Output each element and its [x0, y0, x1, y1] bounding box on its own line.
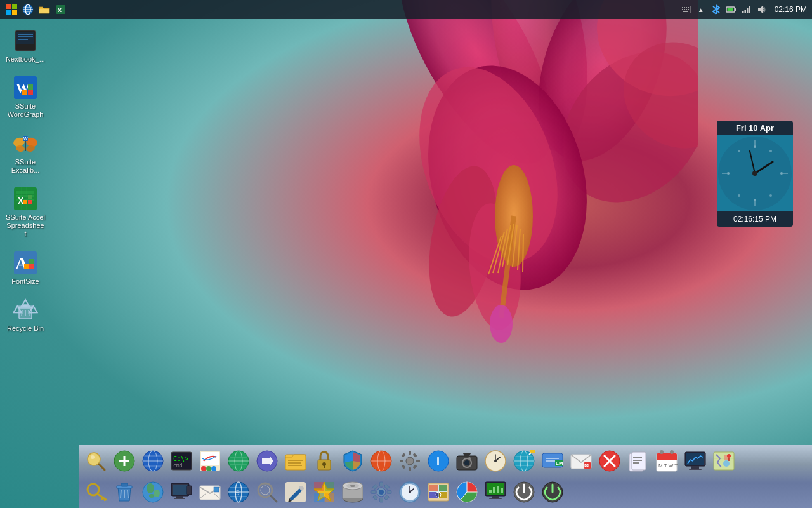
desktop-icon-excalib[interactable]: W SSuite Excalib...: [3, 128, 48, 177]
svg-point-209: [147, 483, 154, 493]
svg-rect-46: [744, 10, 746, 13]
accel-label: SSuite Accel Spreadsheet: [6, 213, 45, 239]
dock-star-icon[interactable]: [310, 478, 338, 506]
clock-date: Fri 10 Apr: [717, 121, 793, 135]
svg-rect-45: [742, 11, 744, 13]
dock-map-icon[interactable]: [710, 447, 738, 475]
svg-rect-38: [684, 9, 685, 10]
svg-point-100: [769, 150, 772, 152]
dock-disk-icon[interactable]: [339, 478, 367, 506]
system-tray-expand-icon[interactable]: ▲: [696, 4, 706, 15]
excel-taskbar-button[interactable]: X: [55, 3, 67, 16]
svg-rect-245: [372, 485, 377, 490]
windows-start-button[interactable]: [5, 3, 18, 16]
dock-camera-icon[interactable]: [453, 447, 481, 475]
folder-taskbar-button[interactable]: [38, 3, 51, 16]
svg-point-109: [91, 455, 95, 459]
dock-network-icon[interactable]: [510, 447, 538, 475]
dock-paint-icon[interactable]: [196, 447, 224, 475]
volume-icon[interactable]: [757, 4, 767, 15]
svg-rect-80: [29, 259, 34, 264]
dock-earth-icon[interactable]: [139, 478, 167, 506]
dock-gear-icon[interactable]: [396, 447, 424, 475]
svg-rect-39: [686, 9, 687, 10]
svg-rect-81: [24, 264, 29, 269]
svg-rect-268: [501, 488, 503, 493]
dock-globe-icon[interactable]: [139, 447, 167, 475]
desktop-icon-nextbook[interactable]: Nextbook_...: [3, 25, 48, 66]
dock-ie2-icon[interactable]: e: [225, 478, 252, 506]
svg-point-124: [201, 466, 206, 471]
dock-calendar-icon[interactable]: M T W T F: [653, 447, 681, 475]
svg-text:LM: LM: [556, 460, 563, 466]
dock-monitor3-icon[interactable]: [481, 478, 509, 506]
dock-x-icon[interactable]: [596, 447, 624, 475]
desktop-icon-accel[interactable]: X SSuite Accel Spreadsheet: [3, 184, 48, 241]
dock-file-manager-icon[interactable]: [282, 447, 310, 475]
desktop-icon-recycle-bin[interactable]: Recycle Bin: [3, 295, 48, 335]
svg-marker-49: [758, 6, 763, 13]
clock-widget[interactable]: Fri 10 Apr: [717, 121, 793, 227]
dock-photo-icon[interactable]: [424, 478, 452, 506]
dock-terminal-icon[interactable]: C:\> cmd: [167, 447, 195, 475]
dock-power1-icon[interactable]: [510, 478, 538, 506]
dock-files-icon[interactable]: [624, 447, 652, 475]
excalib-icon: W: [13, 131, 38, 156]
dock-monitor2-icon[interactable]: [167, 478, 195, 506]
dock-gear2-icon[interactable]: [367, 478, 395, 506]
svg-rect-37: [682, 9, 683, 10]
dock-chart-icon[interactable]: [453, 478, 481, 506]
dock-search2-icon[interactable]: [253, 478, 281, 506]
svg-point-211: [149, 494, 154, 498]
svg-text:e: e: [235, 487, 240, 497]
dock-row-bottom: e: [79, 477, 812, 509]
dock-add-icon[interactable]: [110, 447, 138, 475]
dock-trash-icon[interactable]: [110, 478, 138, 506]
dock-clock-icon[interactable]: [481, 447, 509, 475]
desktop-icons-container: Nextbook_... W SSuite WordGraph: [3, 25, 48, 335]
keyboard-icon[interactable]: [681, 4, 691, 15]
svg-rect-33: [682, 7, 683, 8]
dock-magnify-icon[interactable]: [82, 447, 110, 475]
desktop-icon-wordgraph[interactable]: W SSuite WordGraph: [3, 72, 48, 121]
bluetooth-icon[interactable]: [711, 4, 721, 15]
svg-rect-136: [288, 465, 302, 466]
svg-rect-246: [384, 495, 389, 500]
svg-rect-204: [121, 483, 128, 486]
svg-text:A: A: [15, 253, 29, 273]
dock-mail-icon[interactable]: ✉: [567, 447, 595, 475]
svg-rect-22: [12, 4, 17, 9]
dock-power2-icon[interactable]: [539, 478, 566, 506]
dock-monitor-icon[interactable]: [681, 447, 709, 475]
svg-point-249: [379, 490, 384, 495]
dock-clock2-icon[interactable]: [396, 478, 424, 506]
svg-rect-269: [492, 496, 499, 498]
dock-globe3-icon[interactable]: [367, 447, 395, 475]
svg-rect-57: [28, 90, 33, 95]
svg-point-103: [738, 194, 740, 197]
dock-shield-icon[interactable]: [339, 447, 367, 475]
dock-message-icon[interactable]: LM: [539, 447, 566, 475]
dock-lock-icon[interactable]: [310, 447, 338, 475]
dock-transfer-icon[interactable]: [253, 447, 281, 475]
svg-line-227: [271, 496, 277, 502]
dock-mail2-icon[interactable]: [196, 478, 224, 506]
svg-point-96: [754, 145, 756, 148]
svg-rect-59: [22, 90, 27, 95]
dock-globe2-icon[interactable]: [225, 447, 252, 475]
svg-point-156: [464, 460, 469, 465]
ie-taskbar-button[interactable]: [22, 3, 34, 16]
dock-info-icon[interactable]: i: [424, 447, 452, 475]
desktop-icon-fontsize[interactable]: A FontSize: [3, 248, 48, 288]
svg-text:C:\>: C:\>: [173, 455, 188, 462]
svg-rect-68: [16, 191, 34, 194]
svg-point-261: [436, 492, 441, 497]
svg-line-16: [523, 234, 523, 272]
dock-pen-icon[interactable]: [282, 478, 310, 506]
svg-rect-213: [173, 485, 188, 495]
svg-rect-248: [372, 495, 377, 500]
svg-text:i: i: [436, 455, 440, 467]
dock-key-icon[interactable]: [82, 478, 110, 506]
svg-point-187: [660, 450, 664, 454]
svg-point-197: [727, 454, 731, 458]
